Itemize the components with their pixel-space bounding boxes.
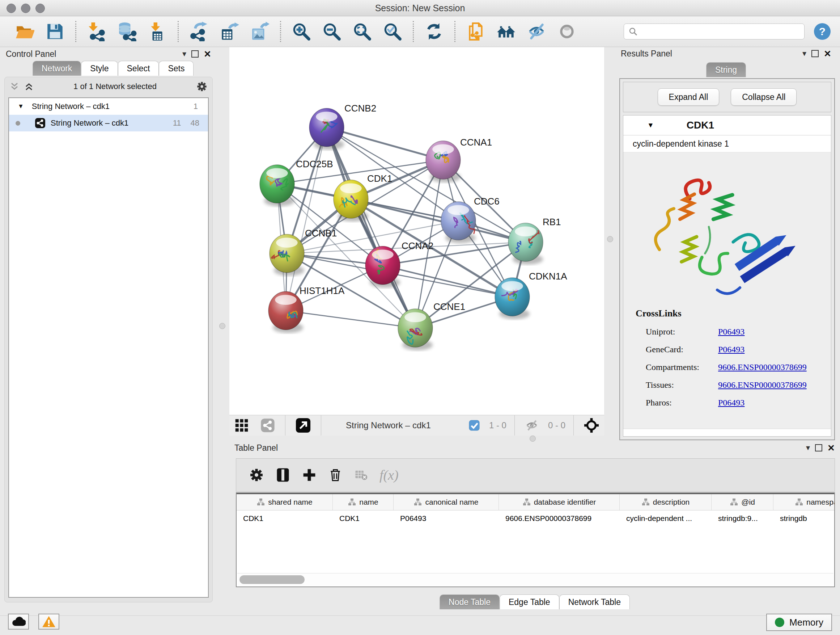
column-header-namespace[interactable]: namespace	[774, 494, 835, 510]
window-minimize-button[interactable]	[21, 4, 30, 13]
window-zoom-button[interactable]	[35, 4, 45, 13]
tab-string[interactable]: String	[706, 62, 746, 77]
crosshair-icon[interactable]	[584, 418, 599, 433]
network-node-hist1h1a[interactable]: HIST1H1A	[268, 285, 345, 333]
tab-style[interactable]: Style	[81, 61, 118, 76]
network-node-ccnb2[interactable]: CCNB2	[309, 103, 376, 150]
panel-close-icon[interactable]: ✕	[827, 443, 835, 453]
network-canvas[interactable]: CCNB2CCNA1CDC25BCDK1CDC6RB1CCNB1CCNA2CDK…	[229, 47, 604, 415]
external-view-icon[interactable]	[295, 418, 311, 433]
tree-expand-icon[interactable]: ▼	[18, 103, 24, 110]
panel-collapse-icon[interactable]: ▾	[806, 443, 810, 453]
panel-collapse-icon[interactable]: ▾	[182, 49, 186, 59]
window-close-button[interactable]	[6, 4, 16, 13]
edge-CCNB2-HIST1H1A[interactable]	[286, 127, 327, 310]
column-header--id[interactable]: @id	[712, 494, 774, 510]
export-table-icon[interactable]	[219, 22, 239, 41]
crosslink-row: Uniprot:P06493	[636, 327, 807, 337]
network-collection-row[interactable]: ▼ String Network – cdk1 1	[9, 98, 208, 115]
tab-select[interactable]: Select	[118, 61, 159, 76]
add-column-icon[interactable]	[302, 468, 317, 482]
scrollbar-thumb[interactable]	[240, 575, 305, 584]
network-node-rb1[interactable]: RB1	[508, 217, 561, 264]
function-builder-icon[interactable]: f(x)	[379, 467, 399, 483]
table-gear-icon[interactable]	[249, 468, 264, 482]
panel-float-icon[interactable]	[191, 50, 199, 57]
search-input[interactable]	[624, 24, 805, 40]
network-row-selected[interactable]: String Network – cdk1 11 48	[9, 115, 208, 131]
crosslink-link[interactable]: 9606.ENSP00000378699	[718, 380, 807, 390]
panel-collapse-icon[interactable]: ▾	[802, 49, 806, 58]
zoom-fit-icon[interactable]	[352, 22, 372, 41]
import-database-icon[interactable]	[117, 22, 137, 41]
help-button[interactable]: ?	[814, 23, 831, 40]
zoom-out-icon[interactable]	[322, 22, 341, 41]
share-document-icon[interactable]	[466, 22, 485, 41]
export-network-icon[interactable]	[189, 22, 209, 41]
network-node-cdk1[interactable]: CDK1	[333, 173, 392, 222]
hide-eye-icon[interactable]	[527, 22, 546, 41]
cloud-button[interactable]	[8, 614, 29, 630]
collapse-all-icon[interactable]	[10, 82, 19, 91]
network-node-ccna1[interactable]: CCNA1	[426, 137, 492, 182]
network-label: String Network – cdk1	[51, 119, 128, 128]
import-table-icon[interactable]	[148, 22, 167, 41]
tab-node-table[interactable]: Node Table	[439, 594, 500, 609]
panel-float-icon[interactable]	[815, 444, 822, 451]
crosslink-link[interactable]: P06493	[718, 345, 745, 355]
export-image-icon[interactable]	[250, 22, 270, 41]
string-view-icon[interactable]	[261, 418, 275, 432]
string-network-icon	[35, 118, 46, 128]
save-session-icon[interactable]	[45, 22, 65, 41]
expand-all-icon[interactable]	[24, 82, 34, 91]
left-divider-handle[interactable]	[219, 323, 225, 329]
warning-button[interactable]	[38, 614, 59, 630]
edge-CCNB2-CCNA1[interactable]	[327, 127, 443, 160]
column-header-database-identifier[interactable]: database identifier	[499, 494, 620, 510]
memory-button[interactable]: Memory	[766, 614, 832, 631]
right-divider-handle[interactable]	[607, 236, 613, 242]
gear-icon[interactable]	[196, 81, 207, 92]
table-row[interactable]: CDK1CDK1P064939606.ENSP00000378699cyclin…	[237, 510, 834, 526]
edge-CCNB2-CCNE1[interactable]	[327, 127, 415, 328]
table-horizontal-scrollbar[interactable]	[237, 573, 834, 586]
panel-close-icon[interactable]: ✕	[204, 49, 211, 59]
delete-table-icon[interactable]	[354, 468, 368, 482]
network-tree: ▼ String Network – cdk1 1 String Network…	[8, 97, 209, 598]
network-node-cdkn1a[interactable]: CDKN1A	[495, 271, 567, 319]
table-cell: CDK1	[333, 510, 393, 526]
column-header-shared-name[interactable]: shared name	[237, 494, 333, 510]
crosslink-link[interactable]: P06493	[718, 398, 745, 408]
zoom-in-icon[interactable]	[292, 22, 311, 41]
expand-all-button[interactable]: Expand All	[658, 88, 720, 106]
crosslink-link[interactable]: P06493	[718, 327, 745, 337]
import-network-icon[interactable]	[87, 22, 106, 41]
section-collapse-icon[interactable]: ▼	[647, 121, 654, 129]
network-node-cdc6[interactable]: CDC6	[441, 196, 500, 243]
birdseye-icon[interactable]	[234, 418, 249, 432]
collapse-all-button[interactable]: Collapse All	[731, 88, 797, 106]
panel-close-icon[interactable]: ✕	[824, 49, 831, 59]
delete-column-icon[interactable]	[328, 468, 343, 482]
tab-network[interactable]: Network	[33, 61, 81, 76]
panel-float-icon[interactable]	[812, 50, 819, 57]
column-header-name[interactable]: name	[333, 494, 393, 510]
column-header-canonical-name[interactable]: canonical name	[393, 494, 499, 510]
edge-HIST1H1A-CCNE1[interactable]	[286, 310, 415, 328]
home-icon[interactable]	[496, 22, 516, 41]
zoom-selected-icon[interactable]	[383, 22, 402, 41]
tab-network-table[interactable]: Network Table	[559, 594, 630, 609]
crosslink-link[interactable]: 9606.ENSP00000378699	[718, 363, 807, 372]
selected-checkbox-icon[interactable]	[469, 420, 480, 431]
open-session-icon[interactable]	[15, 22, 34, 41]
show-eye-icon[interactable]	[557, 22, 576, 41]
cdk1-section-header[interactable]: ▼ CDK1	[623, 116, 831, 135]
table-panel-title: Table Panel	[234, 443, 278, 453]
column-header-description[interactable]: description	[620, 494, 712, 510]
hidden-eye-icon[interactable]	[525, 418, 538, 432]
network-node-ccne1[interactable]: CCNE1	[398, 301, 465, 350]
tab-edge-table[interactable]: Edge Table	[500, 594, 559, 609]
tab-sets[interactable]: Sets	[159, 61, 194, 76]
refresh-icon[interactable]	[424, 22, 444, 41]
show-columns-icon[interactable]	[275, 467, 291, 483]
